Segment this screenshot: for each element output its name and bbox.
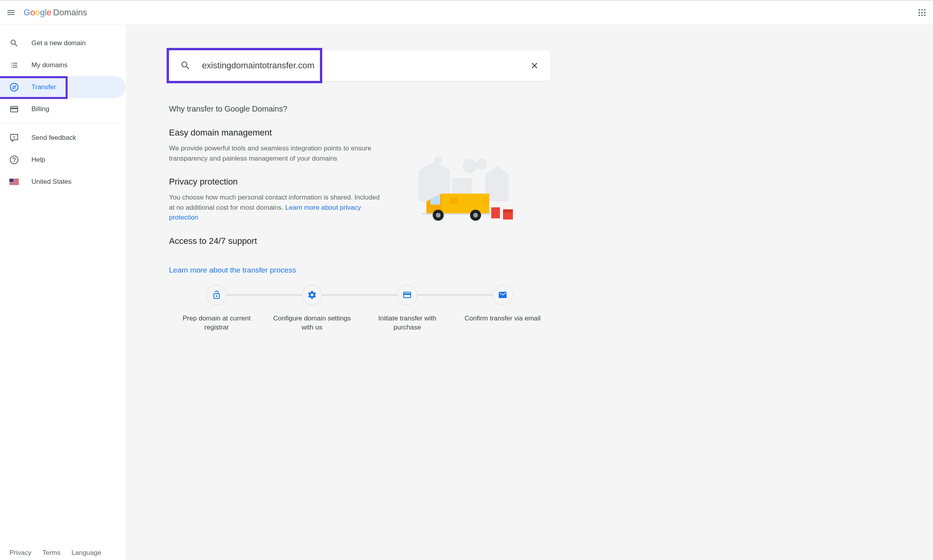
- apps-icon[interactable]: [917, 8, 927, 17]
- svg-rect-15: [442, 194, 489, 213]
- footer-link-language[interactable]: Language: [72, 549, 101, 557]
- sidebar-item-get-domain[interactable]: Get a new domain: [0, 32, 126, 54]
- transfer-learn-link[interactable]: Learn more about the transfer process: [169, 266, 296, 275]
- search-icon: [9, 38, 19, 48]
- step-confirm: Confirm transfer via email: [455, 285, 551, 323]
- svg-point-13: [476, 159, 487, 170]
- feature-privacy: Privacy protection You choose how much p…: [169, 177, 381, 223]
- main-content: Why transfer to Google Domains? Easy dom…: [126, 25, 933, 560]
- sidebar-item-feedback[interactable]: Send feedback: [0, 127, 126, 149]
- sidebar-item-label: Help: [31, 156, 45, 164]
- menu-icon[interactable]: [6, 8, 16, 17]
- sidebar-item-help[interactable]: Help: [0, 149, 126, 171]
- domain-search-box: [169, 50, 550, 81]
- sidebar-item-label: United States: [31, 178, 72, 186]
- feature-management: Easy domain management We provide powerf…: [169, 128, 381, 163]
- close-icon[interactable]: [530, 61, 539, 70]
- step-initiate: Initiate transfer with purchase: [360, 285, 455, 333]
- card-icon: [9, 104, 19, 114]
- svg-point-7: [921, 15, 923, 16]
- list-icon: [9, 60, 19, 70]
- svg-point-3: [918, 12, 920, 13]
- sidebar-item-label: Get a new domain: [31, 39, 86, 47]
- feature-body: You choose how much personal contact inf…: [169, 192, 381, 223]
- feedback-icon: [9, 133, 19, 143]
- transfer-icon: [9, 82, 19, 92]
- svg-point-24: [473, 213, 478, 218]
- footer-link-terms[interactable]: Terms: [42, 549, 61, 557]
- svg-rect-19: [483, 204, 487, 205]
- step-configure: Configure domain settings with us: [264, 285, 360, 333]
- svg-rect-18: [483, 201, 487, 202]
- svg-rect-16: [450, 198, 458, 204]
- sidebar-item-label: Send feedback: [31, 134, 76, 142]
- domain-search-input[interactable]: [202, 60, 530, 71]
- moving-truck-illustration: [381, 128, 550, 260]
- svg-point-6: [918, 15, 920, 16]
- svg-point-22: [436, 213, 441, 218]
- step-label: Confirm transfer via email: [465, 314, 541, 323]
- svg-point-9: [10, 83, 18, 91]
- logo[interactable]: Google Domains: [24, 7, 87, 18]
- step-label: Prep domain at current registrar: [177, 314, 256, 333]
- svg-rect-26: [503, 212, 513, 220]
- sidebar-item-transfer[interactable]: Transfer: [0, 76, 126, 98]
- footer-link-privacy[interactable]: Privacy: [9, 549, 31, 557]
- svg-point-2: [924, 9, 926, 11]
- step-prep: Prep domain at current registrar: [169, 285, 264, 333]
- feature-body: We provide powerful tools and seamless i…: [169, 143, 381, 163]
- sidebar-item-region[interactable]: United States: [0, 171, 126, 193]
- lock-open-icon: [206, 285, 227, 305]
- sidebar-item-my-domains[interactable]: My domains: [0, 54, 126, 76]
- svg-rect-27: [503, 209, 513, 212]
- mail-icon: [492, 285, 513, 305]
- sidebar-item-label: Transfer: [31, 83, 56, 91]
- feature-support: Access to 24/7 support: [169, 236, 381, 246]
- svg-point-0: [918, 9, 920, 11]
- section-title: Why transfer to Google Domains?: [169, 104, 550, 113]
- svg-point-4: [921, 12, 923, 13]
- step-label: Configure domain settings with us: [273, 314, 351, 333]
- sidebar-item-label: Billing: [31, 105, 49, 113]
- flag-icon: [9, 177, 19, 187]
- sidebar-footer: Privacy Terms Language: [0, 549, 126, 560]
- svg-point-8: [924, 15, 926, 16]
- gear-icon: [302, 285, 322, 305]
- feature-title: Privacy protection: [169, 177, 381, 187]
- svg-point-1: [921, 9, 923, 11]
- card-icon: [397, 285, 417, 305]
- svg-rect-17: [483, 198, 487, 199]
- svg-point-10: [10, 156, 18, 164]
- sidebar: Get a new domain My domains Transfer B: [0, 25, 126, 560]
- top-bar: Google Domains: [0, 0, 933, 25]
- help-icon: [9, 155, 19, 165]
- feature-title: Easy domain management: [169, 128, 381, 138]
- logo-suffix: Domains: [53, 7, 87, 18]
- sidebar-item-billing[interactable]: Billing: [0, 98, 126, 120]
- step-label: Initiate transfer with purchase: [368, 314, 446, 333]
- divider: [0, 123, 119, 124]
- search-icon: [180, 60, 191, 71]
- svg-point-12: [463, 159, 477, 173]
- sidebar-item-label: My domains: [31, 61, 68, 69]
- svg-rect-25: [491, 207, 500, 218]
- feature-title: Access to 24/7 support: [169, 236, 381, 246]
- transfer-steps: Prep domain at current registrar Configu…: [169, 285, 550, 333]
- svg-point-14: [434, 156, 442, 164]
- svg-point-5: [924, 12, 926, 13]
